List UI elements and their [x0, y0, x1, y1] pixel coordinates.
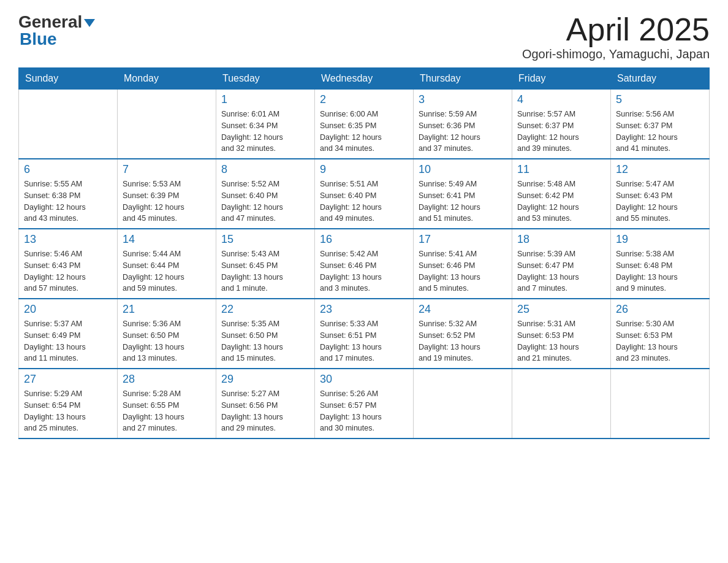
day-number: 16: [320, 233, 408, 246]
calendar-day-cell: 18Sunrise: 5:39 AMSunset: 6:47 PMDayligh…: [512, 229, 611, 299]
day-info: Sunrise: 5:52 AMSunset: 6:40 PMDaylight:…: [221, 178, 309, 224]
weekday-header-saturday: Saturday: [611, 68, 710, 90]
weekday-header-wednesday: Wednesday: [315, 68, 414, 90]
day-number: 23: [320, 303, 408, 316]
calendar-day-cell: 29Sunrise: 5:27 AMSunset: 6:56 PMDayligh…: [216, 369, 315, 439]
day-number: 4: [517, 93, 605, 106]
day-number: 14: [123, 233, 211, 246]
page-header: General Blue April 2025 Ogori-shimogo, Y…: [18, 12, 710, 61]
day-number: 24: [419, 303, 507, 316]
logo-triangle-icon: [84, 19, 95, 27]
day-info: Sunrise: 5:41 AMSunset: 6:46 PMDaylight:…: [419, 248, 507, 294]
day-number: 2: [320, 93, 408, 106]
calendar-day-cell: 6Sunrise: 5:55 AMSunset: 6:38 PMDaylight…: [19, 159, 118, 229]
day-number: 20: [24, 303, 112, 316]
day-number: 9: [320, 163, 408, 176]
day-info: Sunrise: 5:35 AMSunset: 6:50 PMDaylight:…: [221, 318, 309, 364]
calendar-day-cell: 5Sunrise: 5:56 AMSunset: 6:37 PMDaylight…: [611, 90, 710, 159]
calendar-day-cell: [118, 90, 216, 159]
weekday-header-thursday: Thursday: [414, 68, 512, 90]
day-number: 5: [616, 93, 704, 106]
day-number: 29: [221, 373, 309, 386]
calendar-day-cell: 7Sunrise: 5:53 AMSunset: 6:39 PMDaylight…: [118, 159, 216, 229]
calendar-week-row: 1Sunrise: 6:01 AMSunset: 6:34 PMDaylight…: [19, 90, 710, 159]
day-info: Sunrise: 5:37 AMSunset: 6:49 PMDaylight:…: [24, 318, 112, 364]
calendar-day-cell: 25Sunrise: 5:31 AMSunset: 6:53 PMDayligh…: [512, 299, 611, 369]
day-info: Sunrise: 5:56 AMSunset: 6:37 PMDaylight:…: [616, 109, 704, 155]
day-number: 15: [221, 233, 309, 246]
calendar-day-cell: 19Sunrise: 5:38 AMSunset: 6:48 PMDayligh…: [611, 229, 710, 299]
day-number: 10: [419, 163, 507, 176]
calendar-week-row: 27Sunrise: 5:29 AMSunset: 6:54 PMDayligh…: [19, 369, 710, 439]
day-info: Sunrise: 5:26 AMSunset: 6:57 PMDaylight:…: [320, 388, 408, 434]
calendar-day-cell: [611, 369, 710, 439]
day-number: 3: [419, 93, 507, 106]
calendar-week-row: 13Sunrise: 5:46 AMSunset: 6:43 PMDayligh…: [19, 229, 710, 299]
calendar-day-cell: 21Sunrise: 5:36 AMSunset: 6:50 PMDayligh…: [118, 299, 216, 369]
day-number: 26: [616, 303, 704, 316]
calendar-day-cell: 12Sunrise: 5:47 AMSunset: 6:43 PMDayligh…: [611, 159, 710, 229]
day-info: Sunrise: 6:01 AMSunset: 6:34 PMDaylight:…: [221, 109, 309, 155]
calendar-day-cell: 26Sunrise: 5:30 AMSunset: 6:53 PMDayligh…: [611, 299, 710, 369]
day-info: Sunrise: 5:31 AMSunset: 6:53 PMDaylight:…: [517, 318, 605, 364]
calendar-day-cell: 15Sunrise: 5:43 AMSunset: 6:45 PMDayligh…: [216, 229, 315, 299]
calendar-week-row: 6Sunrise: 5:55 AMSunset: 6:38 PMDaylight…: [19, 159, 710, 229]
logo: General Blue: [18, 12, 95, 49]
calendar-day-cell: 2Sunrise: 6:00 AMSunset: 6:35 PMDaylight…: [315, 90, 414, 159]
day-info: Sunrise: 5:47 AMSunset: 6:43 PMDaylight:…: [616, 178, 704, 224]
calendar-day-cell: 14Sunrise: 5:44 AMSunset: 6:44 PMDayligh…: [118, 229, 216, 299]
day-info: Sunrise: 5:48 AMSunset: 6:42 PMDaylight:…: [517, 178, 605, 224]
day-info: Sunrise: 5:27 AMSunset: 6:56 PMDaylight:…: [221, 388, 309, 434]
weekday-header-friday: Friday: [512, 68, 611, 90]
calendar-day-cell: 22Sunrise: 5:35 AMSunset: 6:50 PMDayligh…: [216, 299, 315, 369]
day-number: 17: [419, 233, 507, 246]
location-title: Ogori-shimogo, Yamaguchi, Japan: [522, 47, 710, 61]
calendar-day-cell: [19, 90, 118, 159]
calendar-day-cell: [414, 369, 512, 439]
day-info: Sunrise: 5:30 AMSunset: 6:53 PMDaylight:…: [616, 318, 704, 364]
calendar-day-cell: 13Sunrise: 5:46 AMSunset: 6:43 PMDayligh…: [19, 229, 118, 299]
day-number: 11: [517, 163, 605, 176]
calendar-day-cell: 4Sunrise: 5:57 AMSunset: 6:37 PMDaylight…: [512, 90, 611, 159]
day-number: 21: [123, 303, 211, 316]
day-info: Sunrise: 6:00 AMSunset: 6:35 PMDaylight:…: [320, 109, 408, 155]
day-info: Sunrise: 5:33 AMSunset: 6:51 PMDaylight:…: [320, 318, 408, 364]
calendar-day-cell: 27Sunrise: 5:29 AMSunset: 6:54 PMDayligh…: [19, 369, 118, 439]
day-info: Sunrise: 5:43 AMSunset: 6:45 PMDaylight:…: [221, 248, 309, 294]
day-info: Sunrise: 5:51 AMSunset: 6:40 PMDaylight:…: [320, 178, 408, 224]
day-number: 30: [320, 373, 408, 386]
day-number: 28: [123, 373, 211, 386]
day-info: Sunrise: 5:32 AMSunset: 6:52 PMDaylight:…: [419, 318, 507, 364]
title-section: April 2025 Ogori-shimogo, Yamaguchi, Jap…: [522, 12, 710, 61]
day-info: Sunrise: 5:44 AMSunset: 6:44 PMDaylight:…: [123, 248, 211, 294]
calendar-header-row: SundayMondayTuesdayWednesdayThursdayFrid…: [19, 68, 710, 90]
day-number: 1: [221, 93, 309, 106]
weekday-header-tuesday: Tuesday: [216, 68, 315, 90]
day-info: Sunrise: 5:36 AMSunset: 6:50 PMDaylight:…: [123, 318, 211, 364]
day-number: 7: [123, 163, 211, 176]
calendar-day-cell: 3Sunrise: 5:59 AMSunset: 6:36 PMDaylight…: [414, 90, 512, 159]
calendar-day-cell: 23Sunrise: 5:33 AMSunset: 6:51 PMDayligh…: [315, 299, 414, 369]
calendar-day-cell: 11Sunrise: 5:48 AMSunset: 6:42 PMDayligh…: [512, 159, 611, 229]
day-number: 19: [616, 233, 704, 246]
weekday-header-sunday: Sunday: [19, 68, 118, 90]
calendar-day-cell: 8Sunrise: 5:52 AMSunset: 6:40 PMDaylight…: [216, 159, 315, 229]
calendar-day-cell: 28Sunrise: 5:28 AMSunset: 6:55 PMDayligh…: [118, 369, 216, 439]
day-info: Sunrise: 5:46 AMSunset: 6:43 PMDaylight:…: [24, 248, 112, 294]
day-info: Sunrise: 5:59 AMSunset: 6:36 PMDaylight:…: [419, 109, 507, 155]
calendar-day-cell: 1Sunrise: 6:01 AMSunset: 6:34 PMDaylight…: [216, 90, 315, 159]
day-info: Sunrise: 5:29 AMSunset: 6:54 PMDaylight:…: [24, 388, 112, 434]
day-number: 12: [616, 163, 704, 176]
day-info: Sunrise: 5:53 AMSunset: 6:39 PMDaylight:…: [123, 178, 211, 224]
day-info: Sunrise: 5:57 AMSunset: 6:37 PMDaylight:…: [517, 109, 605, 155]
calendar-day-cell: 16Sunrise: 5:42 AMSunset: 6:46 PMDayligh…: [315, 229, 414, 299]
day-info: Sunrise: 5:39 AMSunset: 6:47 PMDaylight:…: [517, 248, 605, 294]
calendar-day-cell: 10Sunrise: 5:49 AMSunset: 6:41 PMDayligh…: [414, 159, 512, 229]
calendar-day-cell: 20Sunrise: 5:37 AMSunset: 6:49 PMDayligh…: [19, 299, 118, 369]
calendar-day-cell: 9Sunrise: 5:51 AMSunset: 6:40 PMDaylight…: [315, 159, 414, 229]
calendar-week-row: 20Sunrise: 5:37 AMSunset: 6:49 PMDayligh…: [19, 299, 710, 369]
day-number: 13: [24, 233, 112, 246]
calendar-day-cell: 17Sunrise: 5:41 AMSunset: 6:46 PMDayligh…: [414, 229, 512, 299]
day-number: 18: [517, 233, 605, 246]
calendar-day-cell: [512, 369, 611, 439]
